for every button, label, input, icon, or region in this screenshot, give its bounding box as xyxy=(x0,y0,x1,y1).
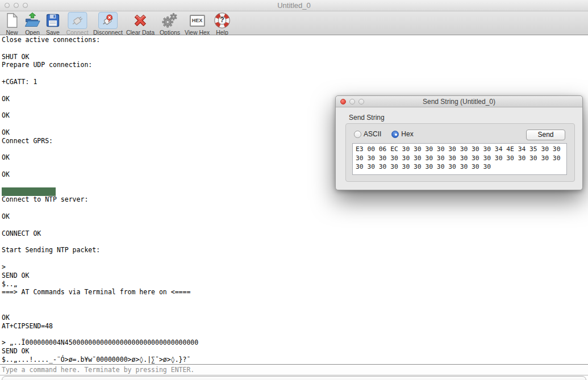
radio-circle-icon xyxy=(391,131,399,138)
terminal-line: OK xyxy=(2,314,588,322)
options-gear-icon xyxy=(160,12,180,29)
new-button[interactable]: New xyxy=(2,12,22,36)
connect-button[interactable]: Connect xyxy=(66,12,88,36)
terminal-line: Connect to NTP server: xyxy=(2,195,588,204)
view-hex-button[interactable]: HEX View Hex xyxy=(185,12,210,36)
terminal-output[interactable]: Close active connections: SHUT OKPrepare… xyxy=(0,35,588,364)
send-string-label: Send String xyxy=(349,114,385,122)
terminal-line xyxy=(2,238,588,247)
new-document-icon xyxy=(2,12,22,29)
dialog-titlebar[interactable]: Send String (Untitled_0) xyxy=(336,96,582,107)
question-mark-glyph: ? xyxy=(212,16,232,24)
disconnect-button[interactable]: Disconnect xyxy=(93,12,123,36)
terminal-line: CONNECT OK xyxy=(2,229,588,238)
hex-input-area[interactable]: E3 00 06 EC 30 30 30 30 30 30 30 30 34 4… xyxy=(352,143,567,175)
terminal-line xyxy=(2,221,588,229)
help-button[interactable]: ? Help xyxy=(212,12,232,36)
clear-data-button[interactable]: Clear Data xyxy=(126,12,155,36)
terminal-line xyxy=(2,69,588,78)
save-floppy-icon xyxy=(43,12,62,29)
terminal-line: SEND OK xyxy=(2,347,588,356)
terminal-line xyxy=(2,44,588,53)
terminal-line xyxy=(2,297,588,305)
terminal-line: > „..Ï000000004N450000000000000000000000… xyxy=(2,339,588,347)
terminal-line xyxy=(2,305,588,314)
terminal-line: SEND OK xyxy=(2,272,588,280)
help-lifesaver-icon: ? xyxy=(212,12,232,29)
window-title: Untitled_0 xyxy=(0,1,588,10)
terminal-line xyxy=(2,86,588,95)
send-string-dialog: Send String (Untitled_0) Send String ASC… xyxy=(335,95,583,190)
send-button[interactable]: Send xyxy=(526,130,565,140)
toolbar: New Open Save xyxy=(0,11,588,35)
hex-radio[interactable]: Hex xyxy=(391,130,413,138)
terminal-line: AT+CIPSEND=48 xyxy=(2,322,588,331)
connect-plug-icon xyxy=(68,12,87,29)
dialog-body: Send String ASCII Hex Send E3 00 06 EC 3… xyxy=(336,107,582,190)
terminal-line: OK xyxy=(2,212,588,221)
send-string-groupbox: ASCII Hex Send E3 00 06 EC 30 30 30 30 3… xyxy=(345,123,575,182)
command-input[interactable] xyxy=(0,364,588,375)
ascii-radio[interactable]: ASCII xyxy=(354,130,381,138)
dialog-title: Send String (Untitled_0) xyxy=(336,98,582,106)
terminal-line: +CGATT: 1 xyxy=(2,78,588,86)
save-button[interactable]: Save xyxy=(43,12,62,36)
terminal-line: ===> AT Commands via Terminal from here … xyxy=(2,288,588,297)
terminal-line: > xyxy=(2,263,588,272)
radio-circle-icon xyxy=(354,131,361,138)
terminal-line: $..„...!...._-¨Ó>ø=.b¥w¯00000000>ø>◊.|∑¯… xyxy=(2,356,588,364)
terminal-line: SHUT OK xyxy=(2,53,588,61)
disconnect-plug-icon xyxy=(98,12,118,29)
status-bar xyxy=(2,376,586,380)
terminal-line: Start Sending NTP packet: xyxy=(2,246,588,254)
terminal-line: Close active connections: xyxy=(2,36,588,44)
terminal-line xyxy=(2,254,588,263)
terminal-line xyxy=(2,330,588,339)
options-button[interactable]: Options xyxy=(160,12,180,36)
open-button[interactable]: Open xyxy=(23,12,42,36)
open-folder-icon xyxy=(23,12,42,29)
clear-data-x-icon xyxy=(131,12,150,29)
hex-icon: HEX xyxy=(187,12,207,29)
selection-block xyxy=(2,187,56,196)
terminal-line: $..„ xyxy=(2,280,588,289)
terminal-line xyxy=(2,204,588,212)
window-titlebar: Untitled_0 xyxy=(0,0,588,11)
terminal-line: Prepare UDP connection: xyxy=(2,61,588,69)
format-radio-group: ASCII Hex xyxy=(354,130,424,138)
